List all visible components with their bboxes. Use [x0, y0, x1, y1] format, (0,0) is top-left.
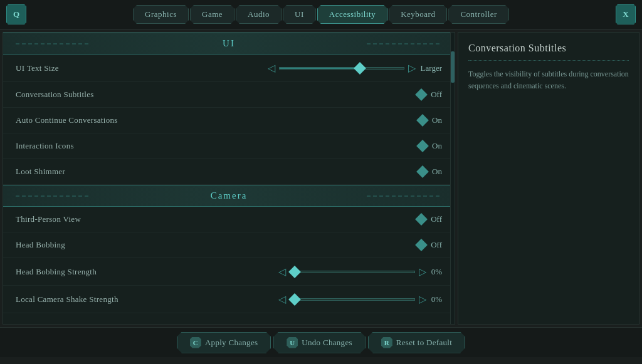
slider-fill: [280, 68, 360, 69]
nav-corner-x[interactable]: X: [616, 4, 636, 24]
settings-panel: UI UI Text Size ◁ ▷ Larger: [3, 32, 455, 325]
tab-accessibility[interactable]: Accessibility: [317, 5, 387, 24]
slider-left-arrow[interactable]: ◁: [278, 266, 286, 278]
bottom-bar: C Apply Changes U Undo Changes R Reset t…: [0, 327, 642, 357]
setting-value-interaction-icons: On: [418, 141, 442, 151]
setting-value-text: Larger: [421, 63, 442, 73]
setting-row-conv-subtitles[interactable]: Conversation Subtitles Off: [3, 82, 455, 108]
setting-value-ui-text-size: ◁ ▷ Larger: [268, 62, 442, 74]
setting-row-camera-shake[interactable]: Local Camera Shake Strength ◁ ▷ 0%: [3, 286, 455, 313]
slider-left-arrow[interactable]: ◁: [278, 293, 286, 305]
scrollbar-thumb[interactable]: [451, 51, 455, 83]
info-title: Conversation Subtitles: [468, 43, 629, 54]
reset-key: R: [381, 337, 392, 348]
setting-label-loot-shimmer: Loot Shimmer: [16, 167, 65, 177]
apply-key: C: [190, 337, 201, 348]
toggle-value: Off: [431, 214, 442, 224]
slider-handle[interactable]: [354, 62, 366, 75]
slider-track[interactable]: [279, 67, 404, 70]
apply-label: Apply Changes: [205, 338, 258, 348]
info-panel: Conversation Subtitles Toggles the visib…: [458, 32, 639, 325]
reset-default-button[interactable]: R Reset to Default: [368, 332, 465, 353]
info-divider: [468, 60, 629, 61]
slider-left-arrow[interactable]: ◁: [268, 62, 275, 74]
setting-value-head-bobbing: Off: [417, 240, 442, 250]
apply-changes-button[interactable]: C Apply Changes: [177, 332, 271, 353]
setting-row-auto-continue[interactable]: Auto Continue Conversations On: [3, 108, 455, 133]
setting-label-auto-continue: Auto Continue Conversations: [16, 115, 118, 125]
diamond-icon: [416, 165, 429, 178]
setting-label-interaction-icons: Interaction Icons: [16, 141, 74, 151]
diamond-icon: [415, 213, 428, 226]
diamond-icon: [415, 239, 428, 251]
slider-camera-shake[interactable]: ◁ ▷: [278, 293, 426, 305]
section-title-ui: UI: [223, 38, 235, 48]
slider-track[interactable]: [290, 271, 415, 273]
setting-value-loot-shimmer: On: [418, 167, 442, 177]
setting-value-head-bobbing-strength: ◁ ▷ 0%: [278, 266, 442, 278]
tab-audio[interactable]: Audio: [236, 5, 282, 24]
setting-label-head-bobbing: Head Bobbing: [16, 240, 65, 250]
tab-graphics[interactable]: Graphics: [133, 5, 189, 24]
setting-value-text: 0%: [431, 294, 442, 304]
toggle-value: Off: [431, 240, 442, 250]
undo-label: Undo Changes: [302, 338, 352, 348]
slider-track[interactable]: [290, 298, 415, 301]
setting-label-head-bobbing-strength: Head Bobbing Strength: [16, 267, 97, 277]
diamond-icon: [416, 114, 429, 127]
setting-value-third-person: Off: [417, 214, 442, 224]
settings-scroll-area[interactable]: UI UI Text Size ◁ ▷ Larger: [3, 33, 455, 324]
tab-game[interactable]: Game: [190, 5, 234, 24]
slider-head-bobbing[interactable]: ◁ ▷: [278, 266, 426, 278]
toggle-value: Off: [431, 90, 442, 100]
section-title-camera: Camera: [211, 190, 248, 200]
scrollbar[interactable]: [450, 33, 455, 324]
setting-row-head-bobbing-strength[interactable]: Head Bobbing Strength ◁ ▷ 0%: [3, 258, 455, 286]
undo-key: U: [287, 337, 298, 348]
slider-ui-text-size[interactable]: ◁ ▷: [268, 62, 416, 74]
top-nav: Q Graphics Game Audio UI Accessibility K…: [0, 0, 642, 29]
setting-value-text: 0%: [431, 267, 442, 277]
diamond-icon: [415, 88, 428, 101]
setting-label-conv-subtitles: Conversation Subtitles: [16, 90, 94, 100]
tab-ui[interactable]: UI: [283, 5, 316, 24]
info-text: Toggles the visibility of subtitles duri…: [468, 68, 629, 92]
slider-handle[interactable]: [288, 293, 301, 306]
setting-row-ui-text-size[interactable]: UI Text Size ◁ ▷ Larger: [3, 55, 455, 82]
reset-label: Reset to Default: [396, 338, 452, 348]
setting-row-third-person[interactable]: Third-Person View Off: [3, 207, 455, 232]
slider-right-arrow[interactable]: ▷: [419, 266, 426, 278]
undo-changes-button[interactable]: U Undo Changes: [273, 332, 366, 353]
tab-keyboard[interactable]: Keyboard: [389, 5, 447, 24]
slider-right-arrow[interactable]: ▷: [408, 62, 416, 74]
setting-value-conv-subtitles: Off: [417, 90, 442, 100]
setting-label-third-person: Third-Person View: [16, 214, 81, 224]
setting-label-camera-shake: Local Camera Shake Strength: [16, 294, 118, 304]
setting-row-loot-shimmer[interactable]: Loot Shimmer On: [3, 159, 455, 185]
slider-handle[interactable]: [288, 266, 301, 278]
nav-corner-q[interactable]: Q: [6, 4, 26, 24]
section-header-ui: UI: [3, 33, 455, 55]
toggle-value: On: [432, 115, 442, 125]
setting-value-camera-shake: ◁ ▷ 0%: [278, 293, 442, 305]
setting-row-interaction-icons[interactable]: Interaction Icons On: [3, 133, 455, 159]
diamond-icon: [416, 140, 429, 152]
section-header-camera: Camera: [3, 185, 455, 207]
toggle-value: On: [432, 167, 442, 177]
main-content: UI UI Text Size ◁ ▷ Larger: [0, 29, 642, 327]
toggle-value: On: [432, 141, 442, 151]
setting-label-ui-text-size: UI Text Size: [16, 63, 59, 73]
setting-row-head-bobbing[interactable]: Head Bobbing Off: [3, 232, 455, 258]
tab-controller[interactable]: Controller: [448, 5, 508, 24]
setting-value-auto-continue: On: [418, 115, 442, 125]
slider-right-arrow[interactable]: ▷: [419, 293, 426, 305]
